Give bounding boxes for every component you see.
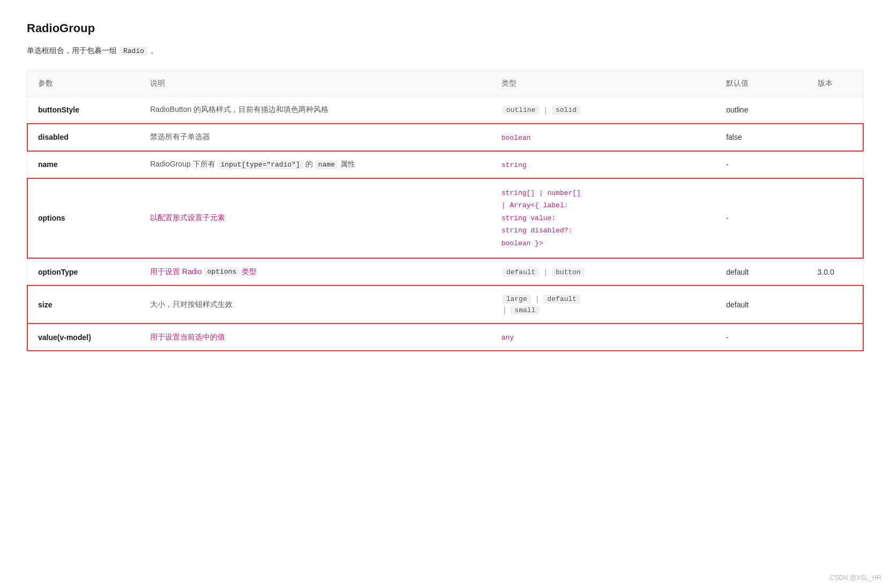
desc-code: input[type="radio"] xyxy=(218,160,303,169)
default-cell: - xyxy=(715,178,806,259)
table-row: size大小，只对按钮样式生效large|default|smalldefaul… xyxy=(27,285,863,323)
param-cell: buttonStyle xyxy=(27,96,140,124)
param-name: value(v-model) xyxy=(38,333,91,342)
page-title: RadioGroup xyxy=(27,21,863,35)
type-cell: large|default|small xyxy=(491,285,715,323)
desc-text: 属性 xyxy=(340,160,355,169)
default-cell: default xyxy=(715,285,806,323)
desc-text: 用于设置 Radio xyxy=(150,267,201,277)
type-badge: outline xyxy=(503,105,540,115)
param-cell: optionType xyxy=(27,258,140,285)
default-value: default xyxy=(726,268,749,276)
type-badge: default xyxy=(503,268,540,277)
table-row: buttonStyleRadioButton 的风格样式，目前有描边和填色两种风… xyxy=(27,96,863,124)
type-badge: default xyxy=(543,295,580,304)
version-cell: 3.0.0 xyxy=(807,258,863,285)
version-cell xyxy=(807,323,863,351)
type-cell: string xyxy=(491,151,715,178)
type-cell: boolean xyxy=(491,124,715,151)
param-name: name xyxy=(38,160,58,169)
version-cell xyxy=(807,178,863,259)
desc-cell: 以配置形式设置子元素 xyxy=(139,178,490,259)
desc-code: name xyxy=(315,160,338,169)
type-separator: | xyxy=(504,306,506,314)
param-name: disabled xyxy=(38,133,69,141)
default-value: - xyxy=(726,160,729,169)
default-value: - xyxy=(726,214,729,222)
param-cell: value(v-model) xyxy=(27,323,140,351)
table-row: value(v-model)用于设置当前选中的值any- xyxy=(27,323,863,351)
table-header-row: 参数 说明 类型 默认值 版本 xyxy=(27,71,863,96)
description-text-after: 。 xyxy=(151,46,158,56)
param-cell: name xyxy=(27,151,140,178)
desc-text: 类型 xyxy=(242,267,257,277)
desc-cell: 用于设置 Radiooptions类型 xyxy=(139,258,490,285)
type-block: string[] | number[] | Array<{ label: str… xyxy=(502,187,705,250)
type-separator: | xyxy=(536,295,539,303)
col-header-desc: 说明 xyxy=(139,71,490,96)
desc-text: RadioButton 的风格样式，目前有描边和填色两种风格 xyxy=(150,105,328,115)
type-value: boolean xyxy=(502,134,531,142)
param-name: buttonStyle xyxy=(38,105,79,114)
desc-text: 用于设置当前选中的值 xyxy=(150,333,225,342)
type-value: any xyxy=(502,334,514,342)
type-cell: any xyxy=(491,323,715,351)
col-header-default: 默认值 xyxy=(715,71,806,96)
desc-text: 大小，只对按钮样式生效 xyxy=(150,300,233,310)
param-cell: disabled xyxy=(27,124,140,151)
col-header-type: 类型 xyxy=(491,71,715,96)
desc-code: options xyxy=(204,267,240,276)
version-cell xyxy=(807,285,863,323)
description: 单选框组合，用于包裹一组 Radio 。 xyxy=(27,46,863,56)
type-cell: outline|solid xyxy=(491,96,715,124)
desc-cell: RadioGroup 下所有input[type="radio"]的name属性 xyxy=(139,151,490,178)
desc-text: 以配置形式设置子元素 xyxy=(150,213,225,223)
default-value: default xyxy=(726,300,749,309)
type-badge: large xyxy=(503,295,531,304)
version-cell xyxy=(807,96,863,124)
type-badge: solid xyxy=(552,105,580,115)
table-row: nameRadioGroup 下所有input[type="radio"]的na… xyxy=(27,151,863,178)
table-row: disabled禁选所有子单选器booleanfalse xyxy=(27,124,863,151)
version-cell xyxy=(807,124,863,151)
table-row: optionType用于设置 Radiooptions类型default|but… xyxy=(27,258,863,285)
default-value: - xyxy=(726,333,729,342)
desc-text: 禁选所有子单选器 xyxy=(150,132,210,142)
desc-cell: 禁选所有子单选器 xyxy=(139,124,490,151)
params-table: 参数 说明 类型 默认值 版本 buttonStyleRadioButton 的… xyxy=(27,71,863,351)
col-header-version: 版本 xyxy=(807,71,863,96)
type-value: string xyxy=(502,161,527,169)
type-cell: string[] | number[] | Array<{ label: str… xyxy=(491,178,715,259)
type-cell: default|button xyxy=(491,258,715,285)
type-badge: small xyxy=(511,306,539,315)
description-text-before: 单选框组合，用于包裹一组 xyxy=(27,46,117,56)
type-separator: | xyxy=(544,268,547,276)
default-cell: outline xyxy=(715,96,806,124)
version-cell xyxy=(807,151,863,178)
desc-text: 的 xyxy=(305,160,313,169)
param-name: options xyxy=(38,214,65,222)
default-cell: - xyxy=(715,323,806,351)
default-cell: default xyxy=(715,258,806,285)
default-cell: false xyxy=(715,124,806,151)
version-value: 3.0.0 xyxy=(818,268,834,276)
description-code: Radio xyxy=(120,47,147,56)
desc-cell: 用于设置当前选中的值 xyxy=(139,323,490,351)
default-value: false xyxy=(726,133,742,141)
type-badge: button xyxy=(552,268,585,277)
param-cell: options xyxy=(27,178,140,259)
col-header-param: 参数 xyxy=(27,71,140,96)
default-cell: - xyxy=(715,151,806,178)
table-row: options以配置形式设置子元素string[] | number[] | A… xyxy=(27,178,863,259)
param-name: size xyxy=(38,300,52,309)
param-cell: size xyxy=(27,285,140,323)
param-name: optionType xyxy=(38,268,78,276)
desc-cell: 大小，只对按钮样式生效 xyxy=(139,285,490,323)
desc-text: RadioGroup 下所有 xyxy=(150,160,215,169)
type-separator: | xyxy=(544,106,547,115)
desc-cell: RadioButton 的风格样式，目前有描边和填色两种风格 xyxy=(139,96,490,124)
default-value: outline xyxy=(726,105,748,114)
